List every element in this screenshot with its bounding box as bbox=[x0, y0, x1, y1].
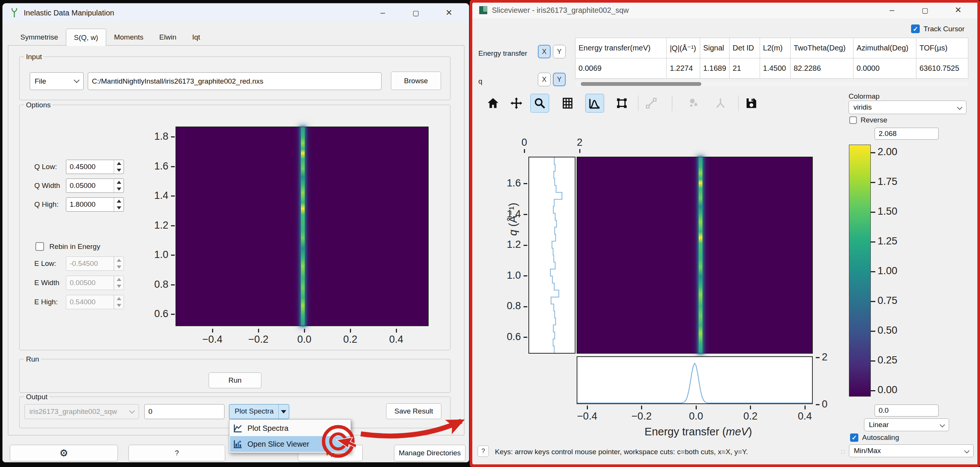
nonorthogonal-axes-button[interactable] bbox=[711, 94, 730, 113]
sqw-preview-heatmap[interactable] bbox=[175, 127, 429, 326]
energy-axis-label: Energy transfer (meV) bbox=[616, 425, 781, 438]
table-cell: 21 bbox=[730, 59, 760, 79]
q-field-label: Q Width bbox=[34, 181, 66, 190]
spinner-arrows-icon[interactable] bbox=[114, 198, 124, 211]
tab-symmetrise[interactable]: Symmetrise bbox=[13, 29, 66, 46]
minimize-icon[interactable]: – bbox=[376, 6, 389, 19]
status-help-button[interactable]: ? bbox=[477, 446, 489, 457]
spectra-input[interactable] bbox=[144, 404, 224, 419]
rebin-checkbox[interactable] bbox=[35, 242, 44, 251]
tab-s-q-w-[interactable]: S(Q, w) bbox=[66, 29, 106, 46]
toolbar-separator bbox=[738, 95, 738, 111]
save-figure-button[interactable] bbox=[742, 94, 761, 113]
x-tick-label: 0.0 bbox=[287, 329, 321, 345]
top-tick-label: 0 bbox=[517, 137, 532, 153]
e-field-spinner[interactable]: 0.54000 bbox=[66, 295, 124, 309]
plot-spectra-split-button[interactable]: Plot Spectra bbox=[229, 404, 289, 419]
colorbar-max-input[interactable] bbox=[875, 128, 939, 140]
maximize-icon[interactable]: ▢ bbox=[409, 6, 422, 19]
reverse-checkbox[interactable] bbox=[849, 116, 857, 124]
energy-y-button[interactable]: Y bbox=[553, 45, 566, 59]
table-scrollbar[interactable] bbox=[575, 82, 968, 86]
q-tick-label: 1.0 bbox=[507, 270, 527, 281]
spin-up-icon[interactable] bbox=[114, 295, 124, 302]
close-icon[interactable]: ✕ bbox=[442, 6, 455, 19]
spin-down-icon[interactable] bbox=[114, 264, 124, 270]
line-cut-button[interactable] bbox=[642, 94, 660, 113]
colorbar[interactable] bbox=[849, 145, 871, 397]
spinner-arrows-icon[interactable] bbox=[114, 160, 124, 174]
q-cut-panel[interactable] bbox=[528, 157, 576, 354]
q-y-button[interactable]: Y bbox=[553, 73, 566, 86]
colormap-select[interactable]: viridis bbox=[848, 100, 966, 114]
scrollbar-thumb[interactable] bbox=[581, 82, 701, 86]
q-x-button[interactable]: X bbox=[538, 73, 550, 86]
roi-button[interactable] bbox=[612, 94, 631, 113]
line-cut-icon bbox=[645, 97, 658, 110]
table-cell: 1.2274 bbox=[667, 59, 700, 79]
top-tick-label: 2 bbox=[572, 137, 587, 153]
spin-up-icon[interactable] bbox=[114, 198, 124, 205]
left-plot-x-ticks: −0.4−0.20.00.20.4 bbox=[196, 329, 413, 345]
table-header-cell: TOF(µs) bbox=[916, 38, 968, 59]
output-workspace-select[interactable]: iris26173_graphite002_sqw bbox=[24, 404, 139, 419]
spin-up-icon[interactable] bbox=[114, 179, 124, 186]
spin-down-icon[interactable] bbox=[114, 186, 124, 192]
line-plots-button[interactable] bbox=[585, 94, 604, 113]
spinner-arrows-icon[interactable] bbox=[114, 179, 124, 192]
tab-iqt[interactable]: Iqt bbox=[184, 29, 208, 46]
colorbar-min-input[interactable] bbox=[875, 405, 939, 416]
e-field-row: E High:0.54000 bbox=[34, 295, 124, 309]
spinner-arrows-icon[interactable] bbox=[114, 295, 124, 309]
q-field-spinner[interactable]: 0.45000 bbox=[66, 160, 124, 174]
tab-moments[interactable]: Moments bbox=[106, 29, 151, 46]
reverse-label: Reverse bbox=[861, 116, 887, 124]
help-button[interactable]: ? bbox=[129, 445, 225, 461]
input-source-select[interactable]: File bbox=[30, 72, 84, 90]
q-field-spinner[interactable]: 0.05000 bbox=[66, 178, 124, 193]
maximize-icon[interactable]: ▢ bbox=[919, 4, 931, 17]
spinner-arrows-icon[interactable] bbox=[114, 276, 124, 290]
grid-button[interactable] bbox=[558, 94, 577, 113]
energy-x-button[interactable]: X bbox=[538, 45, 550, 59]
energy-cut-panel[interactable] bbox=[577, 356, 813, 404]
spin-up-icon[interactable] bbox=[114, 257, 124, 264]
menu-item-plot-spectra[interactable]: Plot Spectra bbox=[230, 420, 350, 436]
tab-elwin[interactable]: Elwin bbox=[151, 29, 184, 46]
spin-up-icon[interactable] bbox=[114, 276, 124, 283]
zoom-button[interactable] bbox=[530, 94, 549, 113]
resize-grip-icon[interactable]: ⸬ bbox=[842, 448, 845, 455]
minimize-icon[interactable]: – bbox=[886, 4, 898, 17]
close-icon[interactable]: ✕ bbox=[952, 4, 964, 17]
file-path-input[interactable] bbox=[88, 72, 382, 90]
left-window: Inelastic Data Manipulation – ▢ ✕ Symmet… bbox=[2, 3, 469, 462]
colorbar-tick-label: 0.50 bbox=[871, 325, 897, 336]
manage-directories-button[interactable]: Manage Directories bbox=[394, 445, 466, 461]
pan-button[interactable] bbox=[507, 94, 526, 113]
spin-up-icon[interactable] bbox=[114, 160, 124, 167]
menu-item-open-slice-viewer[interactable]: Open Slice Viewer bbox=[230, 436, 350, 452]
q-field-row: Q Width0.05000 bbox=[34, 178, 124, 193]
run-button[interactable]: Run bbox=[208, 372, 261, 388]
autoscaling-checkbox[interactable]: ✓ bbox=[850, 434, 858, 442]
main-heatmap[interactable] bbox=[577, 157, 813, 354]
home-button[interactable] bbox=[484, 94, 503, 113]
dropdown-arrow-icon[interactable] bbox=[278, 405, 289, 419]
spin-down-icon[interactable] bbox=[114, 283, 124, 290]
e-field-spinner[interactable]: 0.00500 bbox=[66, 276, 124, 290]
settings-button[interactable]: ⚙ bbox=[10, 445, 118, 461]
save-result-button[interactable]: Save Result bbox=[386, 403, 441, 419]
spin-down-icon[interactable] bbox=[114, 302, 124, 309]
spin-down-icon[interactable] bbox=[114, 205, 124, 211]
overlay-peaks-button[interactable] bbox=[684, 94, 703, 113]
e-field-spinner[interactable]: -0.54500 bbox=[66, 256, 124, 271]
cut-plot-right-ticks: 20 bbox=[816, 351, 827, 410]
q-field-spinner[interactable]: 1.80000 bbox=[66, 197, 124, 212]
spinner-arrows-icon[interactable] bbox=[114, 257, 124, 270]
scale-select[interactable]: Linear bbox=[864, 418, 949, 431]
norm-select[interactable]: Min/Max bbox=[849, 445, 974, 457]
browse-button[interactable]: Browse bbox=[391, 71, 441, 90]
table-cell: 63610.7525 bbox=[916, 59, 968, 79]
spin-down-icon[interactable] bbox=[114, 167, 124, 174]
track-cursor-checkbox[interactable]: ✓ bbox=[911, 24, 920, 33]
